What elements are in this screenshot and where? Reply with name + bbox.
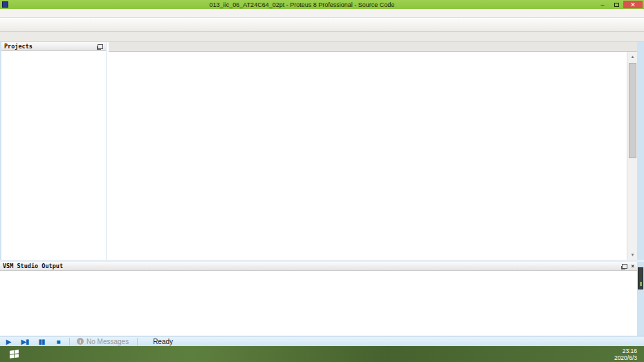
application-tabs [0, 32, 644, 42]
projects-panel-header: Projects [1, 42, 106, 51]
taskbar: 23:16 2020/6/3 [0, 346, 644, 362]
menu-bar [0, 9, 644, 18]
scroll-down-icon[interactable]: ▼ [627, 250, 637, 260]
message-info-icon: i [77, 338, 84, 345]
undock-panel-icon[interactable] [98, 44, 103, 49]
edge-scroll-thumb[interactable] [638, 267, 643, 289]
output-panel-body [0, 271, 637, 336]
projects-panel: Projects [1, 42, 107, 260]
no-messages-label: No Messages [86, 338, 129, 345]
clock-date: 2020/6/3 [614, 354, 637, 361]
scrollbar-thumb[interactable] [629, 63, 636, 158]
windows-logo-icon [10, 350, 19, 358]
scroll-up-icon[interactable]: ▲ [627, 52, 637, 61]
statusbar-separator [137, 338, 138, 345]
clock-time: 23:16 [623, 347, 637, 354]
code-area[interactable]: ▲ ▼ [109, 52, 637, 260]
statusbar-separator [69, 338, 70, 345]
window-title: 013_iic_06_AT24C64_02pt - Proteus 8 Prof… [8, 1, 596, 8]
toolbar [0, 18, 644, 32]
app-icon [2, 1, 8, 8]
play-button[interactable]: ▶ [0, 338, 17, 345]
pause-button[interactable]: ▮▮ [33, 338, 50, 345]
restore-icon [614, 3, 619, 7]
step-button[interactable]: ▶▮ [17, 338, 33, 345]
projects-panel-title: Projects [4, 43, 33, 50]
undock-output-icon[interactable] [622, 264, 627, 269]
stop-button[interactable]: ■ [50, 338, 66, 345]
ready-status-label: Ready [153, 338, 173, 345]
output-panel-header: VSM Studio Output × [0, 262, 637, 271]
window-right-edge [637, 42, 644, 346]
title-bar: 013_iic_06_AT24C64_02pt - Proteus 8 Prof… [0, 0, 644, 9]
editor-scrollbar[interactable]: ▲ ▼ [627, 52, 637, 260]
minimize-button[interactable]: – [596, 1, 609, 8]
close-button[interactable]: ✕ [623, 1, 643, 8]
start-button[interactable] [0, 346, 28, 362]
restore-button[interactable] [609, 1, 623, 8]
status-bar: ▶ ▶▮ ▮▮ ■ i No Messages Ready [0, 336, 644, 346]
close-output-icon[interactable]: × [631, 263, 634, 269]
project-tree [1, 51, 106, 53]
editor-tab-bar [109, 42, 637, 52]
taskbar-clock[interactable]: 23:16 2020/6/3 [611, 347, 641, 361]
output-panel-title: VSM Studio Output [3, 263, 63, 269]
code-editor: ▲ ▼ [109, 42, 637, 260]
